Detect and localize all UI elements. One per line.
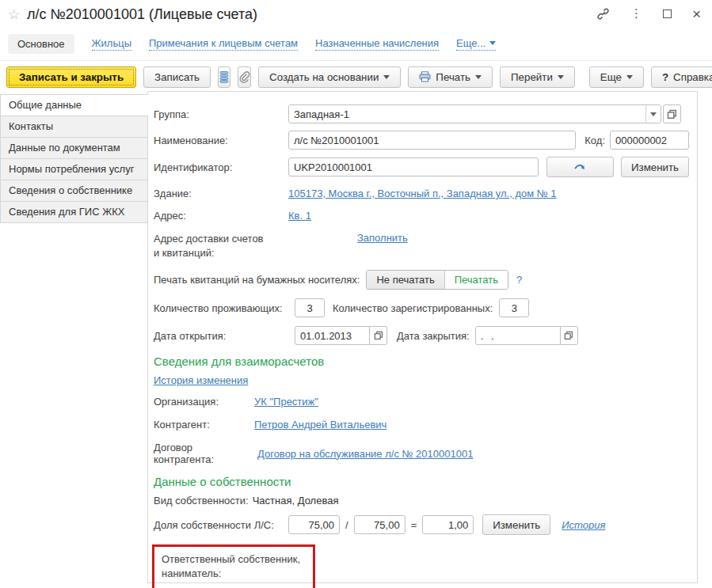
ownership-share-label: Доля собственности Л/С: (154, 519, 288, 531)
favorite-star-icon[interactable]: ☆ (8, 6, 20, 23)
print-receipts-label: Печать квитанций на бумажных носителях: (154, 274, 360, 286)
close-date-input[interactable] (475, 326, 561, 345)
tabs-separator (0, 60, 712, 61)
general-data-panel: Группа: Наименование: Код: Идентификатор… (147, 91, 698, 583)
tab-notes[interactable]: Примечания к лицевым счетам (149, 37, 298, 51)
close-date-picker-button[interactable] (560, 326, 578, 345)
save-button[interactable]: Записать (143, 66, 211, 88)
open-date-label: Дата открытия: (154, 330, 295, 342)
property-section-heading: Данные о собственности (154, 475, 689, 488)
responsible-owner-label-line1: Ответственный собственник, (162, 553, 300, 565)
change-history-link[interactable]: История изменения (154, 374, 248, 386)
print-button[interactable]: Печать (408, 66, 493, 88)
chevron-down-icon (558, 75, 564, 79)
open-date-picker-button[interactable] (369, 326, 387, 345)
save-and-close-button[interactable]: Записать и закрыть (6, 66, 136, 88)
ownership-kind-label: Вид собственности: (154, 495, 249, 506)
name-label: Наименование: (154, 135, 288, 146)
contract-link[interactable]: Договор на обслуживание л/с № 2010001001 (257, 448, 473, 460)
registered-count-input[interactable] (499, 298, 529, 317)
tab-accruals[interactable]: Назначенные начисления (315, 37, 439, 51)
contractor-link[interactable]: Петров Андрей Витальевич (254, 419, 386, 431)
related-documents-button[interactable] (218, 66, 230, 88)
maximize-icon[interactable] (663, 9, 672, 18)
tab-main[interactable]: Основное (8, 34, 74, 54)
tab-residents[interactable]: Жильцы (92, 37, 131, 51)
help-button[interactable]: ? Справка (651, 66, 712, 88)
residents-count-input[interactable] (295, 298, 325, 317)
ownership-kind-value: Частная, Долевая (253, 495, 339, 506)
stack-icon (219, 70, 230, 83)
chevron-down-icon (489, 41, 496, 45)
delivery-address-label-line1: Адрес доставки счетов (154, 233, 264, 245)
identifier-refresh-button[interactable] (546, 157, 614, 177)
sidebar-item-contacts[interactable]: Контакты (0, 116, 148, 138)
sidebar-item-general[interactable]: Общие данные (0, 94, 148, 116)
registered-count-label: Количество зарегистрированных: (333, 302, 493, 314)
chevron-down-icon (383, 75, 390, 79)
close-icon[interactable]: × (692, 9, 701, 18)
help-label: Справка (673, 71, 712, 83)
close-date-label: Дата закрытия: (397, 330, 470, 342)
print-receipts-help-icon[interactable]: ? (516, 274, 522, 286)
organization-link[interactable]: УК "Престиж" (254, 396, 318, 408)
create-based-on-button[interactable]: Создать на основании (258, 66, 401, 88)
contract-label: Договор контрагента: (154, 442, 254, 465)
contractor-label: Контрагент: (154, 419, 254, 431)
group-input[interactable] (289, 105, 645, 123)
account-form-window: ☆ л/с №2010001001 (Лицевые счета) ⋮ × Ос… (0, 0, 712, 588)
sidebar-item-owner-info[interactable]: Сведения о собственнике (0, 180, 148, 202)
code-label: Код: (584, 135, 605, 146)
tab-more[interactable]: Еще... (456, 37, 496, 51)
create-based-on-label: Создать на основании (269, 71, 379, 83)
print-receipts-off-option[interactable]: Не печатать (367, 271, 444, 289)
goto-label: Перейти (511, 71, 553, 83)
toolbar: Записать и закрыть Записать Создать на о… (6, 66, 706, 88)
group-open-button[interactable] (663, 104, 681, 123)
tab-more-label: Еще... (456, 37, 485, 49)
attachments-button[interactable] (238, 66, 251, 88)
goto-button[interactable]: Перейти (500, 66, 575, 88)
group-label: Группа: (154, 108, 288, 120)
residents-count-label: Количество проживающих: (154, 302, 295, 314)
more-label: Еще (600, 71, 622, 83)
share-result-input[interactable] (422, 515, 474, 534)
address-label: Адрес: (154, 210, 288, 222)
paperclip-icon (238, 70, 250, 83)
more-button[interactable]: Еще (589, 66, 644, 88)
code-input[interactable] (610, 131, 689, 150)
print-label: Печать (436, 71, 470, 83)
printer-icon (419, 71, 431, 82)
responsible-owner-label-line2: наниматель: (162, 567, 221, 579)
print-receipts-on-option[interactable]: Печатать (445, 271, 508, 289)
delivery-fill-link[interactable]: Заполнить (357, 232, 408, 244)
open-date-input[interactable] (295, 326, 370, 345)
sidebar-item-gis-zhkh[interactable]: Сведения для ГИС ЖКХ (0, 201, 148, 223)
responsible-owner-label: Ответственный собственник, наниматель: (162, 552, 306, 581)
chevron-down-icon (475, 75, 482, 79)
curved-arrow-icon (573, 162, 586, 172)
building-label: Здание: (154, 188, 288, 199)
delivery-address-label-line2: и квитанций: (154, 247, 215, 259)
get-link-icon[interactable] (596, 7, 610, 21)
building-link[interactable]: 105173, Москва г., Восточный п., Западна… (288, 188, 557, 199)
identifier-label: Идентификатор: (154, 161, 288, 173)
more-menu-icon[interactable]: ⋮ (630, 6, 642, 21)
sidebar-item-documents[interactable]: Данные по документам (0, 137, 148, 159)
share-history-link[interactable]: История (562, 519, 605, 531)
share-denominator-input[interactable] (354, 515, 405, 534)
sidebar-item-consumption-norms[interactable]: Нормы потребления услуг (0, 158, 148, 180)
settlements-section-heading: Сведения для взаиморасчетов (154, 355, 689, 368)
share-change-button[interactable]: Изменить (482, 514, 550, 535)
share-slash: / (345, 519, 348, 531)
share-numerator-input[interactable] (288, 515, 340, 534)
chevron-down-icon (626, 75, 633, 79)
identifier-change-button[interactable]: Изменить (621, 157, 689, 177)
name-input[interactable] (288, 131, 576, 150)
delivery-address-label: Адрес доставки счетов и квитанций: (154, 232, 357, 260)
group-combobox (288, 104, 661, 123)
group-dropdown-icon[interactable] (645, 105, 661, 123)
identifier-input[interactable] (288, 157, 539, 176)
question-icon: ? (662, 71, 668, 83)
address-link[interactable]: Кв. 1 (288, 210, 311, 222)
